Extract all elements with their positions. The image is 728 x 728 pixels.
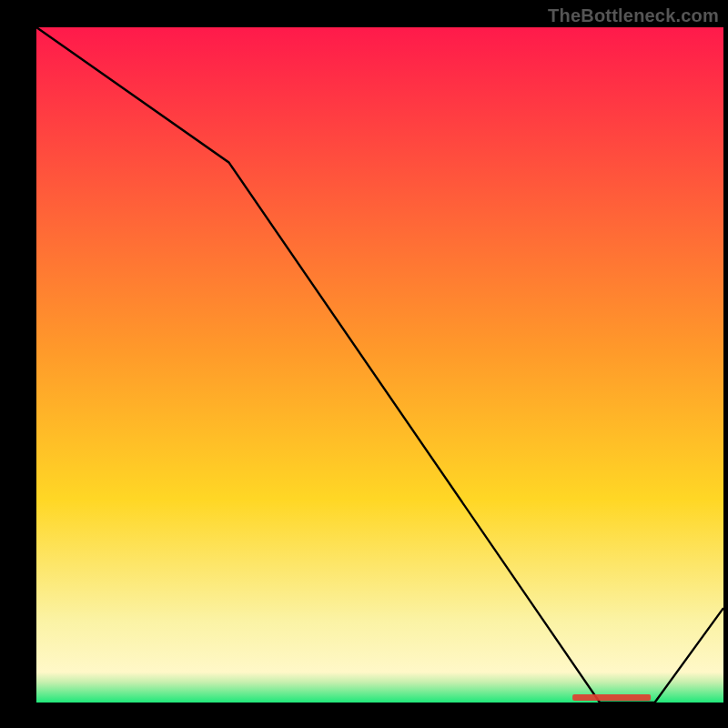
chart-frame: TheBottleneck.com xyxy=(0,0,728,728)
watermark-text: TheBottleneck.com xyxy=(548,5,719,26)
plot-area xyxy=(36,27,723,703)
chart-canvas xyxy=(0,0,728,728)
annotation-mark xyxy=(572,694,651,701)
